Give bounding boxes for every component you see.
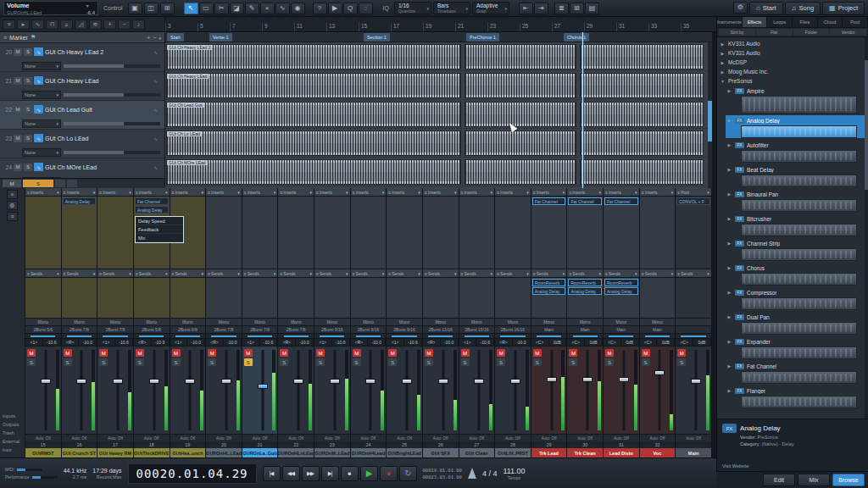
- nudge-button[interactable]: ⇥: [534, 3, 548, 14]
- arrange-toolbar-icon[interactable]: −: [118, 19, 131, 30]
- channel-output-route[interactable]: 2Burst 7/8: [278, 326, 314, 334]
- track-solo-button[interactable]: S: [24, 135, 32, 142]
- pan-slider[interactable]: [278, 334, 314, 339]
- volume-readout[interactable]: -10.6: [43, 339, 61, 346]
- automation-mode[interactable]: Auto: Off: [62, 434, 97, 441]
- sends-header[interactable]: Sends: [567, 269, 603, 278]
- iq-label[interactable]: IQ: [381, 5, 392, 11]
- effect-thumbnail[interactable]: [741, 224, 857, 236]
- effect-thumbnail[interactable]: [741, 248, 857, 261]
- channel-name[interactable]: GUROnLa..Guit: [242, 448, 278, 458]
- mixer-bank-tab[interactable]: Inputs: [3, 413, 15, 419]
- automation-mode[interactable]: Auto: Off: [351, 434, 387, 441]
- inserts-slot[interactable]: [459, 197, 495, 269]
- effect-item[interactable]: ▶ FX Ampire: [726, 86, 865, 114]
- arrange-toolbar-icon[interactable]: ≋: [89, 19, 102, 30]
- pan-slider[interactable]: [567, 334, 603, 339]
- arrange-toolbar-icon[interactable]: ◿: [75, 19, 87, 30]
- mixer-channel-strip[interactable]: Inserts Fat Channel Sends RoomReverbAnal…: [531, 188, 568, 458]
- inserts-slot[interactable]: [278, 197, 314, 269]
- pan-readout[interactable]: <1>: [170, 339, 188, 346]
- global-solo-button[interactable]: S: [23, 180, 53, 187]
- inserts-header[interactable]: Inserts: [567, 188, 603, 197]
- remove-marker-button[interactable]: [153, 35, 156, 41]
- parameter-display[interactable]: Volume ▾ GUROnHL.LEad -6.4: [3, 1, 98, 15]
- pan-readout[interactable]: <1>: [242, 339, 260, 346]
- browser-filter-button[interactable]: Flat: [756, 29, 793, 36]
- tool-button[interactable]: ✎: [245, 3, 259, 14]
- mute-button[interactable]: M: [388, 349, 397, 357]
- volume-readout[interactable]: -10.6: [115, 339, 133, 346]
- insert-menu-item[interactable]: Delay Speed: [136, 217, 183, 225]
- control-icon[interactable]: ◫: [144, 3, 159, 14]
- vendor-row[interactable]: ▶ Moog Music Inc.: [720, 67, 865, 76]
- pan-slider[interactable]: [423, 334, 459, 339]
- effect-item[interactable]: ▶ FX Flanger: [726, 385, 865, 408]
- fader-cap[interactable]: [149, 379, 159, 384]
- track-name[interactable]: GUt Ch Heavy LEad 2: [45, 49, 152, 55]
- inserts-slot[interactable]: [423, 197, 459, 269]
- mixer-channel-strip[interactable]: Inserts Fat Channel Sends RoomReverbAnal…: [567, 188, 604, 458]
- channel-output-route[interactable]: Main: [640, 326, 676, 334]
- solo-button[interactable]: S: [461, 358, 470, 366]
- volume-fader[interactable]: [327, 350, 342, 430]
- mute-button[interactable]: M: [642, 349, 650, 357]
- mute-button[interactable]: M: [425, 349, 433, 357]
- fader-cap[interactable]: [510, 379, 520, 384]
- volume-fader[interactable]: [399, 350, 415, 430]
- mixer-channel-strip[interactable]: Inserts Sends Mono 2Burst: [423, 188, 459, 458]
- marker-lane[interactable]: StartVerse 1Section 1PreChorus 1Chorus 1: [165, 32, 712, 42]
- inserts-header[interactable]: Post: [676, 188, 711, 197]
- solo-button[interactable]: S: [244, 358, 253, 366]
- disclosure-icon[interactable]: ▶: [726, 167, 732, 172]
- insert-chip[interactable]: Fat Channel: [135, 197, 169, 205]
- settings-icon[interactable]: ⚙: [733, 2, 748, 14]
- inserts-slot[interactable]: CONVOL + F: [676, 197, 711, 269]
- transport-button[interactable]: ▶▶: [302, 466, 320, 481]
- track-name[interactable]: GUt Ch Lead Guit: [45, 107, 152, 113]
- sends-header[interactable]: Sends: [62, 269, 97, 278]
- inserts-header[interactable]: Inserts: [25, 188, 61, 197]
- audio-clip[interactable]: [465, 102, 576, 127]
- sends-header[interactable]: Sends: [25, 269, 61, 278]
- pan-slider[interactable]: [459, 334, 495, 339]
- channel-name[interactable]: Trk Lead: [531, 448, 567, 458]
- automation-param-select[interactable]: None: [22, 91, 61, 99]
- automation-mode[interactable]: Auto: Off: [567, 434, 603, 441]
- automation-mode[interactable]: Auto: Off: [134, 434, 170, 441]
- track-volume-slider[interactable]: [64, 122, 160, 125]
- fader-cap[interactable]: [547, 377, 557, 382]
- arrange-toolbar-icon[interactable]: ⊓: [46, 19, 58, 30]
- inserts-header[interactable]: Inserts: [459, 188, 495, 197]
- mute-button[interactable]: M: [27, 349, 36, 357]
- arrange-toolbar-icon[interactable]: ♪: [132, 19, 145, 30]
- inserts-slot[interactable]: Fat Channel: [531, 197, 567, 269]
- automation-icon[interactable]: [153, 135, 162, 142]
- panel-footer-button[interactable]: [55, 180, 65, 187]
- effect-thumbnail[interactable]: [741, 125, 857, 138]
- solo-button[interactable]: S: [388, 358, 397, 366]
- track-name[interactable]: GUt Ch Lo LEad: [45, 136, 152, 141]
- inserts-header[interactable]: Inserts: [134, 188, 170, 197]
- automation-mode[interactable]: Auto: Off: [676, 434, 711, 441]
- effect-thumbnail[interactable]: [741, 297, 857, 310]
- effect-item[interactable]: ▶ FX Analog Delay: [726, 115, 865, 138]
- effect-thumbnail[interactable]: [741, 371, 857, 384]
- arrange-toolbar-icon[interactable]: ▸: [17, 19, 30, 30]
- send-chip[interactable]: Analog Delay: [568, 287, 602, 295]
- volume-fader[interactable]: [436, 350, 451, 430]
- sends-header[interactable]: Sends: [314, 269, 350, 278]
- automation-param-select[interactable]: None: [22, 148, 61, 157]
- view-button[interactable]: Edit: [763, 474, 795, 486]
- sends-header[interactable]: Sends: [531, 269, 567, 278]
- audio-clip[interactable]: [580, 102, 704, 127]
- mute-button[interactable]: M: [316, 349, 325, 357]
- marker-tag[interactable]: Chorus 1: [564, 33, 589, 42]
- automation-icon[interactable]: [153, 164, 162, 171]
- volume-fader[interactable]: [653, 350, 668, 430]
- pan-slider[interactable]: [676, 334, 711, 339]
- effect-thumbnail[interactable]: [741, 199, 857, 212]
- solo-button[interactable]: S: [677, 358, 686, 366]
- mute-button[interactable]: M: [569, 349, 577, 357]
- solo-button[interactable]: S: [27, 358, 36, 366]
